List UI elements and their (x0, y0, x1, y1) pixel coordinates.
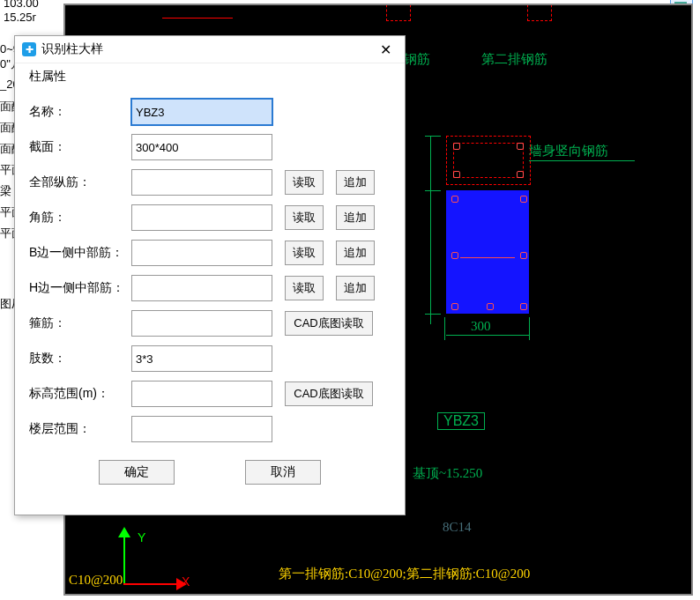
input-h-mid[interactable] (131, 275, 272, 301)
dim-tick (425, 190, 441, 191)
rebar-dot (517, 143, 524, 150)
red-underline (162, 4, 233, 19)
input-b-mid[interactable] (131, 240, 272, 266)
y-axis-line (123, 534, 125, 585)
dialog-titlebar[interactable]: ✚ 识别柱大样 ✕ (15, 36, 405, 63)
leader-line (529, 160, 635, 161)
dim-tick (425, 136, 441, 137)
rebar-dot (487, 303, 494, 310)
input-name[interactable] (131, 99, 272, 125)
dim-tick (529, 317, 530, 340)
rebar-dot (517, 171, 524, 178)
append-button-all-long[interactable]: 追加 (336, 170, 375, 195)
rebar-dot (451, 303, 458, 310)
label-stirrup: 箍筋： (29, 315, 131, 331)
input-elev-range[interactable] (131, 381, 272, 407)
group-label: 柱属性 (15, 63, 405, 86)
input-corner[interactable] (131, 204, 272, 231)
y-axis-label: Y (138, 530, 145, 544)
read-button-b-mid[interactable]: 读取 (285, 241, 324, 265)
label-b-mid: B边一侧中部筋： (29, 245, 131, 261)
input-legs[interactable] (131, 345, 272, 372)
label-ybz3: YBZ3 (437, 412, 485, 430)
label-elev-range: 标高范围(m)： (29, 386, 131, 402)
label-name: 名称： (29, 104, 131, 120)
cancel-button[interactable]: 取消 (245, 460, 321, 485)
rebar-dot (520, 303, 527, 310)
stirrup-outline-upper (453, 143, 524, 178)
read-button-corner[interactable]: 读取 (285, 205, 324, 230)
label-8c14: 8C14 (443, 520, 472, 535)
label-base-top: 基顶~15.250 (413, 465, 482, 482)
close-icon[interactable]: ✕ (373, 37, 398, 62)
label-wall-vertical-rebar: 墙身竖向钢筋 (529, 143, 608, 159)
grid-bubble (386, 4, 411, 21)
left-frag: 15.25r (4, 11, 36, 24)
label-h-mid: H边一侧中部筋： (29, 280, 131, 296)
dim-tick (444, 317, 445, 340)
label-first-second-rebar: 第一排钢筋:C10@200;第二排钢筋:C10@200 (279, 566, 530, 582)
rebar-dot (453, 171, 460, 178)
left-frag: 103.00 (4, 0, 39, 10)
append-button-b-mid[interactable]: 追加 (336, 241, 375, 265)
dialog-form: 名称： 截面： 全部纵筋： 读取 追加 角筋： 读取 追加 B边一侧中部筋： (15, 86, 405, 515)
input-all-long[interactable] (131, 169, 272, 196)
label-all-long: 全部纵筋： (29, 174, 131, 190)
label-rebar-top: 钢筋 (404, 51, 430, 68)
rebar-dot (520, 252, 527, 259)
label-section: 截面： (29, 139, 131, 155)
rebar-dot (453, 143, 460, 150)
rebar-dot (520, 196, 527, 203)
dialog-identify-column: ✚ 识别柱大样 ✕ 柱属性 名称： 截面： 全部纵筋： 读取 追加 角筋： (14, 35, 406, 515)
dim-tick (425, 314, 441, 315)
dim-line-300 (446, 335, 529, 336)
append-button-corner[interactable]: 追加 (336, 205, 375, 230)
read-button-all-long[interactable]: 读取 (285, 170, 324, 195)
input-section[interactable] (131, 134, 272, 160)
cad-read-button-elev[interactable]: CAD底图读取 (285, 381, 373, 406)
append-button-h-mid[interactable]: 追加 (336, 276, 375, 300)
dim-vline (430, 136, 431, 324)
label-corner: 角筋： (29, 210, 131, 226)
label-legs: 肢数： (29, 351, 131, 367)
label-second-rebar: 第二排钢筋 (481, 51, 547, 68)
tie-bar (460, 257, 515, 258)
ok-button[interactable]: 确定 (99, 460, 175, 485)
left-frag: 梁 (0, 183, 11, 199)
app-stage: 103.00 15.25r 0~9 0"几 _20 面醑 面醑 面醑 平面 梁 … (0, 0, 700, 600)
input-stirrup[interactable] (131, 310, 272, 337)
dim-300: 300 (471, 319, 491, 334)
read-button-h-mid[interactable]: 读取 (285, 276, 324, 300)
rebar-dot (451, 252, 458, 259)
rebar-dot (451, 196, 458, 203)
label-c10-left: C10@200 (69, 573, 123, 588)
x-axis-label: X (182, 574, 190, 589)
dialog-title: 识别柱大样 (41, 41, 373, 57)
grid-bubble (527, 4, 552, 21)
app-icon: ✚ (22, 42, 36, 56)
cad-read-button-stirrup[interactable]: CAD底图读取 (285, 311, 373, 336)
x-axis-line (123, 583, 178, 585)
column-fill (446, 190, 529, 314)
input-floor-range[interactable] (131, 416, 272, 442)
label-floor-range: 楼层范围： (29, 421, 131, 437)
